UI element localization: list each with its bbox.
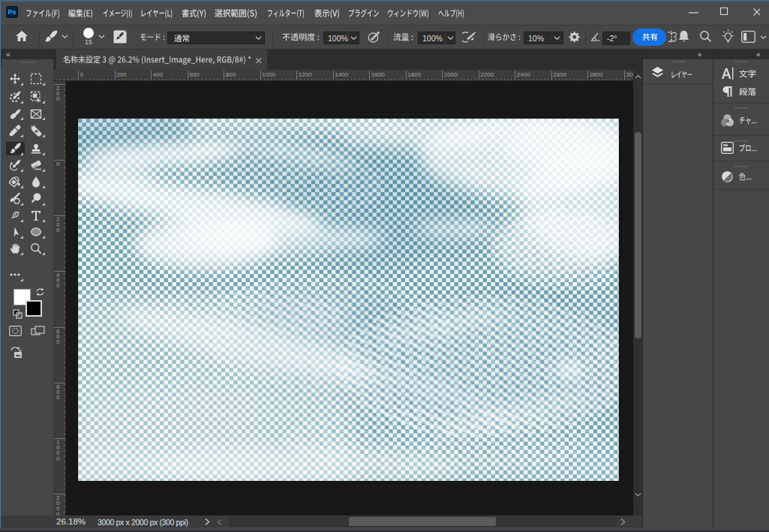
svg-text:600: 600 bbox=[189, 71, 200, 78]
svg-text:2000: 2000 bbox=[444, 71, 458, 78]
svg-text:3000: 3000 bbox=[626, 71, 633, 78]
svg-text:2200: 2200 bbox=[480, 71, 494, 78]
svg-text:1400: 1400 bbox=[335, 71, 348, 78]
svg-text:0: 0 bbox=[56, 394, 60, 401]
svg-text:400: 400 bbox=[153, 71, 164, 78]
svg-text:0: 0 bbox=[56, 227, 60, 233]
svg-text:2600: 2600 bbox=[553, 71, 566, 78]
svg-text:1800: 1800 bbox=[407, 71, 421, 78]
svg-text:0: 0 bbox=[56, 282, 60, 289]
svg-text:200: 200 bbox=[116, 71, 127, 78]
svg-text:0: 0 bbox=[56, 511, 60, 515]
svg-text:0: 0 bbox=[56, 161, 60, 167]
svg-text:0: 0 bbox=[56, 455, 60, 462]
svg-text:0: 0 bbox=[56, 95, 60, 102]
svg-text:1000: 1000 bbox=[262, 71, 275, 78]
svg-text:0: 0 bbox=[56, 338, 60, 345]
svg-text:2400: 2400 bbox=[517, 71, 530, 78]
svg-text:1200: 1200 bbox=[299, 71, 312, 78]
svg-text:2800: 2800 bbox=[590, 71, 603, 78]
svg-text:0: 0 bbox=[80, 71, 84, 78]
svg-text:800: 800 bbox=[226, 71, 236, 78]
svg-text:1600: 1600 bbox=[371, 71, 385, 78]
